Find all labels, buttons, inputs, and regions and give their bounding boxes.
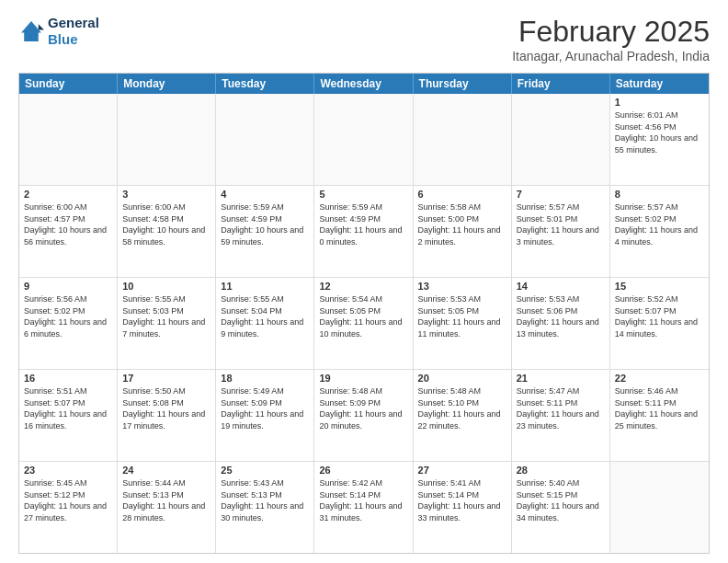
day-number: 2: [24, 189, 112, 200]
logo-line2: Blue: [48, 31, 99, 48]
calendar-cell: 25Sunrise: 5:43 AMSunset: 5:13 PMDayligh…: [216, 462, 314, 553]
calendar-cell: 18Sunrise: 5:49 AMSunset: 5:09 PMDayligh…: [216, 370, 314, 461]
cell-sun-info: Sunrise: 5:46 AMSunset: 5:11 PMDaylight:…: [615, 385, 704, 431]
day-number: 10: [122, 281, 210, 292]
cell-sun-info: Sunrise: 5:57 AMSunset: 5:01 PMDaylight:…: [517, 201, 605, 247]
day-number: 4: [221, 189, 309, 200]
day-number: 17: [122, 373, 210, 384]
weekday-header: Monday: [118, 74, 216, 94]
cell-sun-info: Sunrise: 6:01 AMSunset: 4:56 PMDaylight:…: [615, 109, 704, 155]
calendar-cell: 21Sunrise: 5:47 AMSunset: 5:11 PMDayligh…: [512, 370, 610, 461]
logo-icon: [18, 18, 44, 44]
cell-sun-info: Sunrise: 5:40 AMSunset: 5:15 PMDaylight:…: [517, 477, 605, 523]
calendar-cell: 20Sunrise: 5:48 AMSunset: 5:10 PMDayligh…: [414, 370, 512, 461]
day-number: 9: [24, 281, 112, 292]
day-number: 16: [24, 373, 112, 384]
calendar-cell: [610, 462, 709, 553]
title-block: February 2025 Itanagar, Arunachal Prades…: [512, 15, 710, 63]
calendar-cell: [19, 94, 118, 185]
calendar-row: 16Sunrise: 5:51 AMSunset: 5:07 PMDayligh…: [19, 369, 709, 461]
cell-sun-info: Sunrise: 5:45 AMSunset: 5:12 PMDaylight:…: [24, 477, 112, 523]
cell-sun-info: Sunrise: 5:48 AMSunset: 5:10 PMDaylight:…: [418, 385, 506, 431]
location-subtitle: Itanagar, Arunachal Pradesh, India: [512, 49, 710, 63]
calendar-cell: 19Sunrise: 5:48 AMSunset: 5:09 PMDayligh…: [314, 370, 413, 461]
cell-sun-info: Sunrise: 5:43 AMSunset: 5:13 PMDaylight:…: [221, 477, 309, 523]
calendar-cell: 6Sunrise: 5:58 AMSunset: 5:00 PMDaylight…: [414, 186, 512, 277]
calendar-cell: 28Sunrise: 5:40 AMSunset: 5:15 PMDayligh…: [512, 462, 610, 553]
weekday-header: Saturday: [610, 74, 709, 94]
calendar-row: 23Sunrise: 5:45 AMSunset: 5:12 PMDayligh…: [19, 461, 709, 553]
calendar-row: 1Sunrise: 6:01 AMSunset: 4:56 PMDaylight…: [19, 94, 709, 185]
calendar-cell: 1Sunrise: 6:01 AMSunset: 4:56 PMDaylight…: [610, 94, 709, 185]
calendar-cell: 26Sunrise: 5:42 AMSunset: 5:14 PMDayligh…: [314, 462, 413, 553]
day-number: 11: [221, 281, 309, 292]
cell-sun-info: Sunrise: 5:59 AMSunset: 4:59 PMDaylight:…: [221, 201, 309, 247]
day-number: 23: [24, 465, 112, 476]
calendar-cell: 5Sunrise: 5:59 AMSunset: 4:59 PMDaylight…: [314, 186, 413, 277]
day-number: 27: [418, 465, 506, 476]
cell-sun-info: Sunrise: 5:50 AMSunset: 5:08 PMDaylight:…: [122, 385, 210, 431]
calendar-cell: 15Sunrise: 5:52 AMSunset: 5:07 PMDayligh…: [610, 278, 709, 369]
day-number: 22: [615, 373, 704, 384]
cell-sun-info: Sunrise: 5:53 AMSunset: 5:05 PMDaylight:…: [418, 293, 506, 339]
calendar-cell: 10Sunrise: 5:55 AMSunset: 5:03 PMDayligh…: [118, 278, 216, 369]
calendar-cell: 9Sunrise: 5:56 AMSunset: 5:02 PMDaylight…: [19, 278, 118, 369]
calendar-cell: [314, 94, 413, 185]
weekday-header: Tuesday: [216, 74, 314, 94]
logo: General Blue: [18, 15, 99, 48]
day-number: 18: [221, 373, 309, 384]
cell-sun-info: Sunrise: 5:56 AMSunset: 5:02 PMDaylight:…: [24, 293, 112, 339]
day-number: 15: [615, 281, 704, 292]
svg-marker-0: [21, 21, 41, 41]
day-number: 13: [418, 281, 506, 292]
day-number: 21: [517, 373, 605, 384]
cell-sun-info: Sunrise: 5:52 AMSunset: 5:07 PMDaylight:…: [615, 293, 704, 339]
cell-sun-info: Sunrise: 5:55 AMSunset: 5:04 PMDaylight:…: [221, 293, 309, 339]
cell-sun-info: Sunrise: 5:41 AMSunset: 5:14 PMDaylight:…: [418, 477, 506, 523]
weekday-header: Thursday: [414, 74, 512, 94]
calendar-cell: 4Sunrise: 5:59 AMSunset: 4:59 PMDaylight…: [216, 186, 314, 277]
day-number: 5: [319, 189, 407, 200]
page-header: General Blue February 2025 Itanagar, Aru…: [18, 15, 710, 63]
day-number: 8: [615, 189, 704, 200]
day-number: 7: [517, 189, 605, 200]
calendar: SundayMondayTuesdayWednesdayThursdayFrid…: [18, 73, 710, 554]
calendar-cell: 24Sunrise: 5:44 AMSunset: 5:13 PMDayligh…: [118, 462, 216, 553]
day-number: 1: [615, 97, 704, 108]
cell-sun-info: Sunrise: 5:57 AMSunset: 5:02 PMDaylight:…: [615, 201, 704, 247]
cell-sun-info: Sunrise: 5:55 AMSunset: 5:03 PMDaylight:…: [122, 293, 210, 339]
cell-sun-info: Sunrise: 5:44 AMSunset: 5:13 PMDaylight:…: [122, 477, 210, 523]
day-number: 28: [517, 465, 605, 476]
cell-sun-info: Sunrise: 5:48 AMSunset: 5:09 PMDaylight:…: [319, 385, 407, 431]
day-number: 12: [319, 281, 407, 292]
day-number: 14: [517, 281, 605, 292]
calendar-row: 2Sunrise: 6:00 AMSunset: 4:57 PMDaylight…: [19, 185, 709, 277]
calendar-cell: 17Sunrise: 5:50 AMSunset: 5:08 PMDayligh…: [118, 370, 216, 461]
day-number: 3: [122, 189, 210, 200]
weekday-header: Sunday: [19, 74, 118, 94]
calendar-body: 1Sunrise: 6:01 AMSunset: 4:56 PMDaylight…: [19, 94, 709, 553]
calendar-cell: [216, 94, 314, 185]
calendar-cell: 13Sunrise: 5:53 AMSunset: 5:05 PMDayligh…: [414, 278, 512, 369]
cell-sun-info: Sunrise: 5:59 AMSunset: 4:59 PMDaylight:…: [319, 201, 407, 247]
cell-sun-info: Sunrise: 5:42 AMSunset: 5:14 PMDaylight:…: [319, 477, 407, 523]
weekday-header: Friday: [512, 74, 610, 94]
calendar-cell: 16Sunrise: 5:51 AMSunset: 5:07 PMDayligh…: [19, 370, 118, 461]
cell-sun-info: Sunrise: 6:00 AMSunset: 4:58 PMDaylight:…: [122, 201, 210, 247]
calendar-cell: 7Sunrise: 5:57 AMSunset: 5:01 PMDaylight…: [512, 186, 610, 277]
calendar-cell: [512, 94, 610, 185]
day-number: 20: [418, 373, 506, 384]
calendar-header: SundayMondayTuesdayWednesdayThursdayFrid…: [19, 74, 709, 94]
calendar-cell: 14Sunrise: 5:53 AMSunset: 5:06 PMDayligh…: [512, 278, 610, 369]
weekday-header: Wednesday: [314, 74, 413, 94]
calendar-cell: [118, 94, 216, 185]
calendar-cell: 22Sunrise: 5:46 AMSunset: 5:11 PMDayligh…: [610, 370, 709, 461]
day-number: 19: [319, 373, 407, 384]
cell-sun-info: Sunrise: 5:49 AMSunset: 5:09 PMDaylight:…: [221, 385, 309, 431]
month-title: February 2025: [512, 15, 710, 49]
day-number: 26: [319, 465, 407, 476]
cell-sun-info: Sunrise: 5:58 AMSunset: 5:00 PMDaylight:…: [418, 201, 506, 247]
calendar-cell: 3Sunrise: 6:00 AMSunset: 4:58 PMDaylight…: [118, 186, 216, 277]
calendar-cell: 23Sunrise: 5:45 AMSunset: 5:12 PMDayligh…: [19, 462, 118, 553]
calendar-cell: 11Sunrise: 5:55 AMSunset: 5:04 PMDayligh…: [216, 278, 314, 369]
